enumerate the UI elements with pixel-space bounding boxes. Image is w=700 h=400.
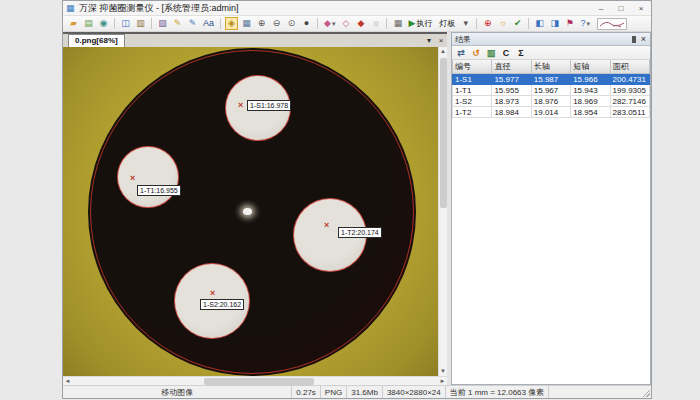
measure-icon[interactable]: ◆▾ xyxy=(322,17,337,30)
table-cell[interactable]: 15.967 xyxy=(531,85,570,96)
tab-image[interactable]: 0.png[68%] xyxy=(68,34,125,47)
table-cell[interactable]: 1-T2 xyxy=(453,107,492,118)
status-bar: 移动图像 0.27s PNG 31.6Mb 3840×2880×24 当前 1 … xyxy=(63,385,651,398)
column-header-直径[interactable]: 直径 xyxy=(492,60,531,74)
hand-tool-icon[interactable]: ◈ xyxy=(225,17,238,30)
table-row-1-S2[interactable]: 1-S218.97318.97618.969282.7146 xyxy=(453,96,650,107)
results-panel-title: 结果 xyxy=(455,34,630,45)
table-cell[interactable]: 282.7146 xyxy=(610,96,649,107)
undo-icon[interactable]: ↺ xyxy=(470,47,482,59)
table-cell[interactable]: 1-S2 xyxy=(453,96,492,107)
measurement-label-1-T2[interactable]: 1-T2:20.174 xyxy=(338,227,382,238)
help-button[interactable]: ?▾ xyxy=(578,17,592,30)
table-cell[interactable]: 200.4731 xyxy=(610,74,649,85)
dropdown-arrow-icon[interactable]: ▾ xyxy=(586,17,590,30)
tab-close-icon[interactable]: × xyxy=(435,36,447,45)
picture-icon[interactable]: ▨ xyxy=(156,17,169,30)
tile-icon[interactable]: ◨ xyxy=(548,17,561,30)
zoom-in-icon[interactable]: ⊕ xyxy=(255,17,268,30)
close-button[interactable]: × xyxy=(631,1,651,15)
table-cell[interactable]: 1-S1 xyxy=(453,74,492,85)
table-row-1-S1[interactable]: 1-S115.97715.98715.966200.4731 xyxy=(453,74,650,85)
column-header-编号[interactable]: 编号 xyxy=(453,60,492,74)
run-button[interactable]: ▶执行 xyxy=(406,17,434,30)
column-header-面积[interactable]: 面积 xyxy=(610,60,649,74)
vertical-scroll-thumb[interactable] xyxy=(440,58,447,208)
table-cell[interactable]: 19.014 xyxy=(531,107,570,118)
confirm-icon[interactable]: ✔ xyxy=(511,17,524,30)
image-canvas[interactable]: × × × × 1-S1:16.978 1-T1:16.955 1-T2:20.… xyxy=(63,47,438,376)
overflow-dropdown[interactable]: ▾ xyxy=(459,17,472,30)
table-cell[interactable]: 18.954 xyxy=(571,107,610,118)
table-cell[interactable]: 18.976 xyxy=(531,96,570,107)
column-header-长轴[interactable]: 长轴 xyxy=(531,60,570,74)
lightboard-button[interactable]: 灯板 xyxy=(436,17,457,30)
table-cell[interactable]: 15.943 xyxy=(571,85,610,96)
zoom-fit-icon[interactable]: ⊙ xyxy=(285,17,298,30)
maximize-button[interactable]: □ xyxy=(611,1,631,15)
horizontal-scrollbar[interactable]: ◄ ► xyxy=(63,376,447,385)
resize-grip[interactable] xyxy=(641,386,651,398)
tools-icon[interactable]: ☼ xyxy=(369,17,382,30)
grid-icon[interactable]: ▦ xyxy=(391,17,404,30)
table-cell[interactable]: 15.966 xyxy=(571,74,610,85)
tab-list-dropdown-icon[interactable]: ▾ xyxy=(423,36,435,45)
lamp-icon[interactable]: ☼ xyxy=(496,17,509,30)
results-table-wrap: 编号直径长轴短轴面积 1-S115.97715.98715.966200.473… xyxy=(452,60,650,384)
open-icon[interactable]: ▰ xyxy=(67,17,80,30)
text-tool-icon[interactable]: Aa xyxy=(201,17,216,30)
main-toolbar: ▰▤◉◫▥▨✎✎Aa◈▦⊕⊖⊙●◆▾◇◆☼▦▶执行灯板▾⊕☼✔◧◨⚑?▾ xyxy=(63,16,651,32)
cascade-icon[interactable]: ◧ xyxy=(533,17,546,30)
pin-icon[interactable] xyxy=(632,36,636,43)
table-cell[interactable]: 199.9305 xyxy=(610,85,649,96)
results-panel-titlebar: 结果 × xyxy=(452,33,650,46)
chart-icon[interactable]: ▥ xyxy=(485,47,497,59)
zoom-out-icon[interactable]: ⊖ xyxy=(270,17,283,30)
flag-icon[interactable]: ⚑ xyxy=(563,17,576,30)
results-table-body: 1-S115.97715.98715.966200.47311-T115.955… xyxy=(453,74,650,118)
table-cell[interactable]: 18.973 xyxy=(492,96,531,107)
table-cell[interactable]: 283.0511 xyxy=(610,107,649,118)
select-tool-icon[interactable]: ▦ xyxy=(240,17,253,30)
measurement-label-1-T1[interactable]: 1-T1:16.955 xyxy=(137,185,181,196)
clear-icon[interactable]: ◆ xyxy=(354,17,367,30)
table-cell[interactable]: 18.969 xyxy=(571,96,610,107)
dropdown-arrow-icon[interactable]: ▾ xyxy=(332,17,336,30)
sigma-button[interactable]: Σ xyxy=(515,47,527,59)
save-icon[interactable]: ◫ xyxy=(119,17,132,30)
gallery-icon[interactable]: ▤ xyxy=(82,17,95,30)
table-cell[interactable]: 15.977 xyxy=(492,74,531,85)
brand-signature-icon xyxy=(598,19,626,29)
vertical-scrollbar[interactable]: ▲ ▼ xyxy=(438,47,447,376)
measurement-label-1-S1[interactable]: 1-S1:16.978 xyxy=(247,100,291,111)
camera-icon[interactable]: ◉ xyxy=(97,17,110,30)
zone-1-T1[interactable] xyxy=(117,146,179,208)
column-header-短轴[interactable]: 短轴 xyxy=(571,60,610,74)
pen-icon[interactable]: ✎ xyxy=(186,17,199,30)
add-target-icon[interactable]: ⊕ xyxy=(481,17,494,30)
horizontal-scroll-track[interactable] xyxy=(72,377,438,386)
panel-close-icon[interactable]: × xyxy=(641,34,646,44)
erase-measure-icon[interactable]: ◇ xyxy=(339,17,352,30)
preview-icon[interactable]: ● xyxy=(300,17,313,30)
table-cell[interactable]: 18.984 xyxy=(492,107,531,118)
app-icon: ▦ xyxy=(66,3,76,13)
report-icon[interactable]: ▥ xyxy=(134,17,147,30)
toolbar-separator xyxy=(151,18,152,29)
export-icon[interactable]: ⇄ xyxy=(455,47,467,59)
status-mode: 移动图像 xyxy=(63,386,292,398)
table-row-1-T1[interactable]: 1-T115.95515.96715.943199.9305 xyxy=(453,85,650,96)
desktop: ▦ 万深 抑菌圈测量仪 - [系统管理员:admin] – □ × ▰▤◉◫▥▨… xyxy=(0,0,700,400)
table-row-1-T2[interactable]: 1-T218.98419.01418.954283.0511 xyxy=(453,107,650,118)
table-cell[interactable]: 1-T1 xyxy=(453,85,492,96)
measurement-label-1-S2[interactable]: 1-S2:20.162 xyxy=(200,299,244,310)
main-area: 0.png[68%] ▾ × xyxy=(63,32,651,385)
table-cell[interactable]: 15.987 xyxy=(531,74,570,85)
center-mark-1-T2: × xyxy=(324,221,329,230)
minimize-button[interactable]: – xyxy=(591,1,611,15)
c-button[interactable]: C xyxy=(500,47,512,59)
table-cell[interactable]: 15.955 xyxy=(492,85,531,96)
status-dimensions: 3840×2880×24 xyxy=(383,386,446,398)
pencil-icon[interactable]: ✎ xyxy=(171,17,184,30)
horizontal-scroll-thumb[interactable] xyxy=(204,378,314,385)
